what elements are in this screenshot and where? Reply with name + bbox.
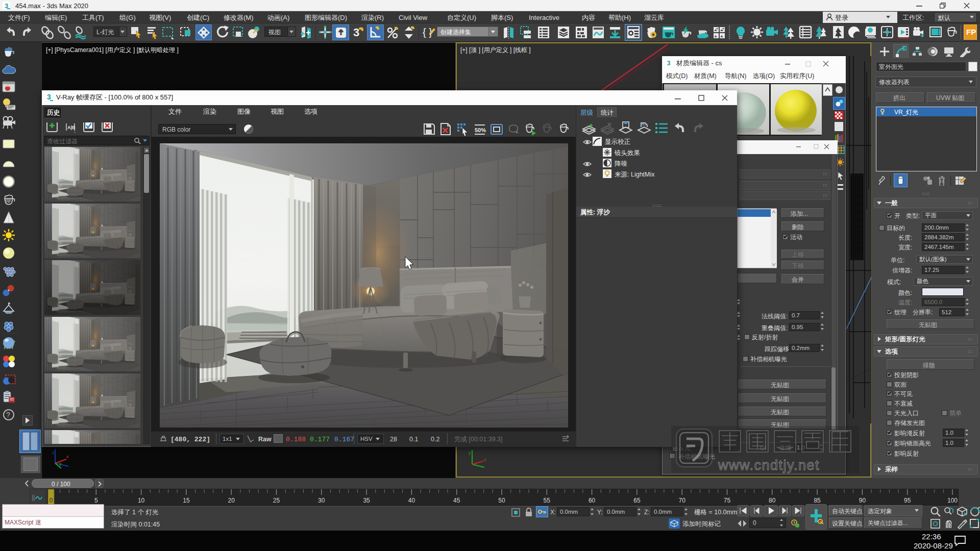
svg-text:50: 50 xyxy=(498,497,505,504)
svg-text:55: 55 xyxy=(544,497,551,504)
svg-text:0: 0 xyxy=(50,497,53,504)
svg-text:20: 20 xyxy=(228,497,235,504)
svg-text:50%: 50% xyxy=(475,127,486,133)
svg-text:y: y xyxy=(469,450,471,455)
svg-text:70: 70 xyxy=(679,497,686,504)
svg-text:15: 15 xyxy=(183,497,190,504)
svg-text:www.cndtjy.net: www.cndtjy.net xyxy=(718,458,820,473)
svg-text:3: 3 xyxy=(353,26,359,39)
svg-text:65: 65 xyxy=(633,497,641,504)
svg-text:40: 40 xyxy=(408,497,415,504)
svg-text:3: 3 xyxy=(667,60,671,67)
svg-text:y: y xyxy=(59,461,62,466)
svg-text:85: 85 xyxy=(814,497,821,504)
svg-text:100: 100 xyxy=(947,497,958,504)
svg-text:25: 25 xyxy=(273,497,280,504)
svg-text:95: 95 xyxy=(904,497,911,504)
svg-text:x: x xyxy=(484,457,486,462)
svg-text:80: 80 xyxy=(769,497,776,504)
svg-text:90: 90 xyxy=(859,497,866,504)
svg-text:3: 3 xyxy=(47,93,51,101)
svg-text:5: 5 xyxy=(94,497,98,504)
svg-text:A|B: A|B xyxy=(67,125,76,130)
svg-text:z: z xyxy=(52,450,55,455)
svg-text:35: 35 xyxy=(363,497,370,504)
svg-text:?: ? xyxy=(6,411,10,419)
svg-text:x: x xyxy=(66,454,69,459)
svg-text:60: 60 xyxy=(589,497,596,504)
svg-text:45: 45 xyxy=(453,497,460,504)
svg-text:75: 75 xyxy=(724,497,731,504)
svg-text:10: 10 xyxy=(138,497,145,504)
svg-text:30: 30 xyxy=(318,497,325,504)
